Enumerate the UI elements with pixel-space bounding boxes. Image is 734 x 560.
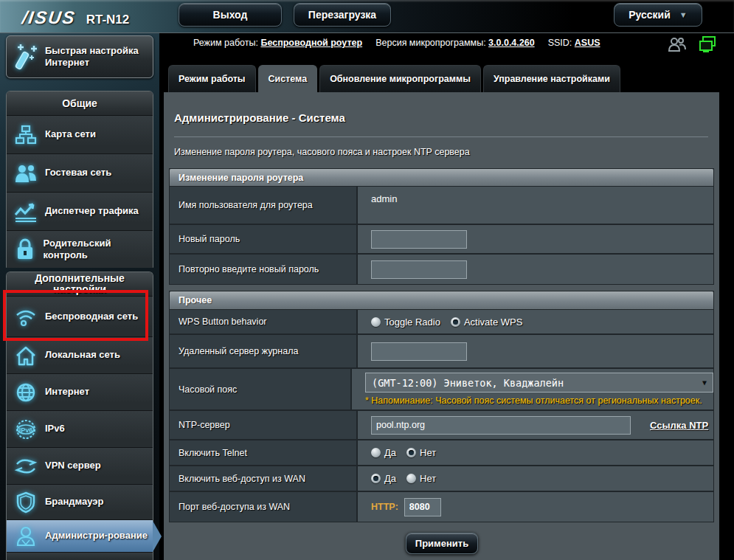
admin-person-icon [7, 525, 45, 547]
table-row-new-password: Новый пароль [170, 225, 713, 255]
advanced-section-header: Дополнительные настройки [7, 272, 153, 296]
ntp-link[interactable]: Ссылка NTP [650, 420, 708, 431]
tab-operation-mode[interactable]: Режим работы [168, 65, 256, 92]
traffic-chart-icon [7, 201, 45, 222]
misc-section-header: Прочее [170, 291, 713, 310]
web-access-no-option[interactable]: Нет [406, 473, 436, 484]
wps-activate-option[interactable]: Activate WPS [451, 317, 522, 328]
username-label: Имя пользователя для роутера [170, 187, 358, 224]
telnet-no-option[interactable]: Нет [406, 447, 436, 458]
table-row-web-port: Порт веб-доступа из WAN HTTP: [170, 492, 713, 522]
radio-unselected-icon[interactable] [371, 448, 381, 457]
password-section-header: Изменение пароля роутера [170, 169, 713, 187]
sidebar-general-panel: Общие Карта сети Го [6, 91, 153, 268]
brand-area: /ISUS RT-N12 [22, 7, 129, 28]
mode-link[interactable]: Беспроводной роутер [260, 38, 362, 48]
shield-icon [7, 491, 45, 514]
timezone-note: * Напоминание: Часовой пояс системы отли… [365, 395, 702, 406]
sidebar-item-wan[interactable]: Интернет [7, 373, 153, 410]
sidebar-item-parental-control[interactable]: Родительский контроль [7, 230, 153, 268]
language-value: Русский [629, 4, 671, 26]
apply-button[interactable]: Применить [406, 533, 478, 554]
misc-table: Прочее WPS Button behavior Toggle Radio … [169, 291, 714, 522]
clients-icon[interactable] [668, 36, 687, 52]
chevron-down-icon: ▼ [702, 378, 707, 387]
radio-selected-icon[interactable] [406, 448, 416, 457]
network-status-icon[interactable] [699, 35, 716, 53]
mode-label: Режим работы: [193, 38, 258, 48]
radio-unselected-icon[interactable] [371, 317, 381, 327]
telnet-yes-option[interactable]: Да [371, 447, 396, 458]
status-icons [668, 35, 716, 53]
sidebar-item-guest-network[interactable]: Гостевая сеть [7, 153, 153, 192]
wps-toggle-radio-option[interactable]: Toggle Radio [371, 317, 440, 328]
radio-selected-icon[interactable] [371, 474, 381, 483]
web-access-label: Включить веб-доступ из WAN [170, 466, 358, 491]
ssid: SSID: ASUS [548, 38, 600, 48]
language-selector[interactable]: Русский ▼ [614, 3, 702, 27]
web-port-input[interactable] [404, 498, 441, 516]
sidebar-item-lan[interactable]: Локальная сеть [7, 336, 153, 373]
padlock-icon [7, 238, 44, 260]
firmware-link[interactable]: 3.0.0.4.260 [488, 38, 535, 48]
sidebar-item-network-map[interactable]: Карта сети [7, 115, 153, 153]
sidebar-item-ipv6[interactable]: IPv6 IPv6 [7, 410, 153, 447]
new-password-input[interactable] [371, 230, 467, 249]
timezone-select[interactable]: (GMT-12:00) Эниветок, Кваджалейн ▼ [365, 373, 713, 393]
page-description: Изменение пароля роутера, часового пояса… [174, 147, 470, 157]
web-access-yes-option[interactable]: Да [371, 473, 396, 484]
sidebar-item-firewall[interactable]: Брандмауэр [7, 484, 153, 519]
username-value: admin [358, 187, 713, 224]
remote-log-input[interactable] [371, 342, 467, 361]
sidebar-item-wireless[interactable]: Беспроводная сеть [7, 296, 153, 336]
globe-icon [7, 382, 45, 403]
table-row-wps: WPS Button behavior Toggle Radio Activat… [170, 310, 713, 335]
password-table: Изменение пароля роутера Имя пользовател… [169, 168, 714, 285]
home-icon [7, 345, 45, 366]
table-row-telnet: Включить Telnet Да Нет [170, 440, 713, 466]
firmware-version: Версия микропрограммы: 3.0.0.4.260 [375, 38, 535, 48]
sidebar-item-partial[interactable] [7, 552, 153, 560]
router-admin-page: /ISUS RT-N12 Выход Перезагрузка Русский … [0, 0, 734, 560]
confirm-password-label: Повторно введите новый пароль [170, 255, 358, 284]
svg-text:IPv6: IPv6 [19, 426, 33, 434]
sidebar-advanced-panel: Дополнительные настройки Беспроводная се… [6, 272, 153, 560]
reboot-button[interactable]: Перезагрузка [294, 3, 391, 27]
radio-unselected-icon[interactable] [406, 474, 416, 483]
quick-internet-setup-button[interactable]: Быстрая настройка Интернет [6, 35, 153, 78]
sidebar-item-vpn[interactable]: VPN сервер [7, 447, 153, 484]
table-row-web-access: Включить веб-доступ из WAN Да Нет [170, 466, 713, 492]
asus-logo: /ISUS [21, 7, 77, 28]
wps-radio-group: Toggle Radio Activate WPS [371, 317, 522, 328]
ntp-server-input[interactable] [371, 416, 631, 435]
tab-system[interactable]: Система [258, 65, 318, 92]
http-label: HTTP: [371, 502, 398, 512]
radio-selected-icon[interactable] [451, 317, 460, 327]
table-row-username: Имя пользователя для роутера admin [170, 187, 713, 225]
remote-log-label: Удаленный сервер журнала [170, 335, 358, 367]
ipv6-globe-icon: IPv6 [7, 418, 45, 440]
web-port-label: Порт веб-доступа из WAN [170, 492, 358, 522]
table-row-confirm-password: Повторно введите новый пароль [170, 255, 713, 284]
sidebar-item-administration[interactable]: Администри-рование [7, 519, 153, 552]
ntp-label: NTP-сервер [170, 411, 358, 439]
ssid-link[interactable]: ASUS [575, 38, 600, 48]
status-bar: Режим работы: Беспроводной роутер Версия… [193, 38, 665, 48]
main-content-panel: Администрирование - Система Изменение па… [164, 92, 719, 560]
model-label: RT-N12 [86, 13, 130, 27]
tab-settings-management[interactable]: Управление настройками [483, 65, 620, 92]
firmware-label: Версия микропрограммы: [375, 38, 485, 48]
tab-firmware-upgrade[interactable]: Обновление микропрограммы [319, 65, 481, 92]
sidebar-item-traffic-manager[interactable]: Диспетчер трафика [7, 192, 153, 230]
timezone-label: Часовой пояс [170, 369, 352, 409]
table-row-timezone: Часовой пояс (GMT-12:00) Эниветок, Квадж… [170, 369, 713, 411]
telnet-label: Включить Telnet [170, 440, 358, 465]
logout-button[interactable]: Выход [179, 3, 282, 27]
ssid-label: SSID: [548, 38, 572, 48]
chevron-down-icon: ▼ [679, 4, 688, 26]
confirm-password-input[interactable] [371, 260, 467, 279]
magic-wand-icon [7, 43, 45, 71]
wifi-icon [7, 306, 45, 327]
web-access-radio-group: Да Нет [371, 473, 436, 484]
top-bar: /ISUS RT-N12 Выход Перезагрузка Русский … [0, 0, 734, 33]
